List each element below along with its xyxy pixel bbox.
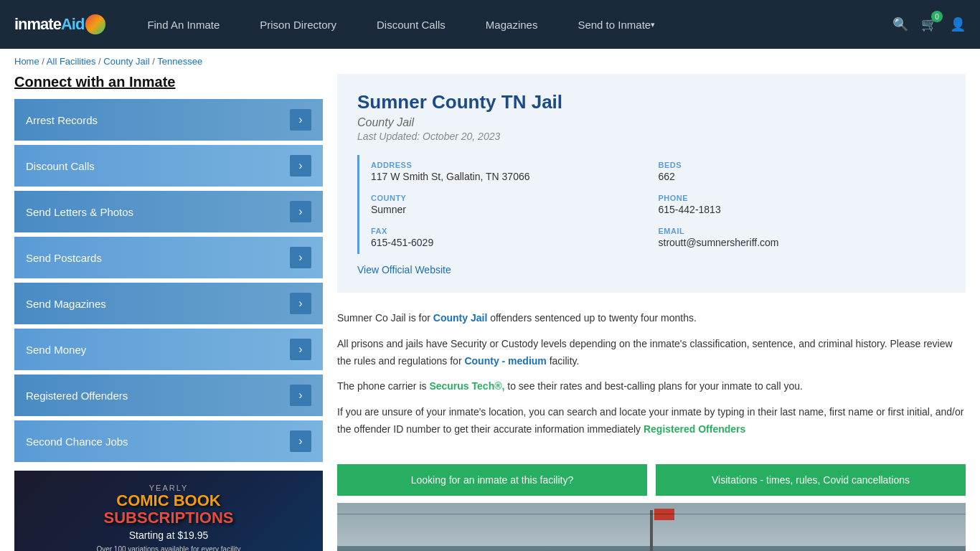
visitations-button[interactable]: Visitations - times, rules, Covid cancel… [656, 464, 966, 496]
address-value: 117 W Smith St, Gallatin, TN 37066 [371, 171, 650, 182]
facility-updated: Last Updated: October 20, 2023 [357, 131, 946, 142]
nav-send-to-inmate[interactable]: Send to Inmate [557, 0, 675, 49]
sidebar-label-send-money: Send Money [26, 344, 86, 356]
desc-para3: The phone carrier is Securus Tech®, to s… [337, 378, 966, 395]
breadcrumb: Home / All Facilities / County Jail / Te… [0, 49, 980, 74]
content-area: Sumner County TN Jail County Jail Last U… [337, 74, 966, 551]
arrow-icon-2: › [290, 201, 311, 222]
phone-cell: PHONE 615-442-1813 [659, 188, 946, 221]
nav-find-inmate[interactable]: Find An Inmate [127, 0, 240, 49]
breadcrumb-county-jail[interactable]: County Jail [103, 56, 149, 67]
address-cell: ADDRESS 117 W Smith St, Gallatin, TN 370… [371, 155, 659, 188]
sidebar-item-discount-calls[interactable]: Discount Calls › [14, 145, 323, 187]
address-label: ADDRESS [371, 161, 650, 169]
sidebar-label-send-letters: Send Letters & Photos [26, 206, 133, 218]
sidebar: Connect with an Inmate Arrest Records › … [14, 74, 323, 551]
nav-discount-calls[interactable]: Discount Calls [357, 0, 466, 49]
ad-title: COMIC BOOK SUBSCRIPTIONS [24, 492, 313, 527]
beds-value: 662 [659, 171, 938, 182]
photo-wires [337, 514, 966, 514]
sidebar-item-send-money[interactable]: Send Money › [14, 329, 323, 370]
county-value: Sumner [371, 204, 650, 215]
ad-subtitle: Over 100 variations available for every … [24, 545, 313, 551]
email-cell: EMAIL stroutt@sumnersheriff.com [659, 221, 946, 254]
ad-price: Starting at $19.95 [24, 529, 313, 541]
navbar: inmateAid Find An Inmate Prison Director… [0, 0, 980, 49]
arrow-icon-0: › [290, 109, 311, 131]
breadcrumb-home[interactable]: Home [14, 56, 39, 67]
sidebar-label-registered-offenders: Registered Offenders [26, 390, 128, 402]
county-label: COUNTY [371, 194, 650, 202]
arrow-icon-4: › [290, 293, 311, 314]
arrow-icon-6: › [290, 385, 311, 406]
email-value: stroutt@sumnersheriff.com [659, 237, 938, 248]
sidebar-item-second-chance-jobs[interactable]: Second Chance Jobs › [14, 420, 323, 462]
sidebar-item-send-postcards[interactable]: Send Postcards › [14, 237, 323, 278]
user-icon[interactable]: 👤 [950, 17, 966, 32]
sidebar-item-registered-offenders[interactable]: Registered Offenders › [14, 375, 323, 416]
cart-icon[interactable]: 🛒 0 [921, 17, 937, 32]
sidebar-label-arrest-records: Arrest Records [26, 114, 98, 126]
arrow-icon-7: › [290, 430, 311, 452]
description-area: Sumner Co Jail is for County Jail offend… [337, 304, 966, 453]
arrow-icon-1: › [290, 155, 311, 176]
facility-photo [337, 503, 966, 551]
sidebar-item-send-letters[interactable]: Send Letters & Photos › [14, 191, 323, 232]
desc-para2: All prisons and jails have Security or C… [337, 336, 966, 370]
sidebar-label-send-magazines: Send Magazines [26, 298, 106, 310]
fax-value: 615-451-6029 [371, 237, 650, 248]
sidebar-item-arrest-records[interactable]: Arrest Records › [14, 99, 323, 141]
photo-flag [654, 509, 674, 520]
nav-icons: 🔍 🛒 0 👤 [892, 17, 966, 32]
logo[interactable]: inmateAid [14, 14, 105, 34]
view-website-link[interactable]: View Official Website [357, 264, 451, 276]
main-container: Connect with an Inmate Arrest Records › … [0, 74, 980, 551]
fax-cell: FAX 615-451-6029 [371, 221, 659, 254]
logo-icon [85, 14, 105, 34]
breadcrumb-tennessee[interactable]: Tennessee [157, 56, 202, 67]
securus-tech-link[interactable]: Securus Tech®, [429, 380, 504, 392]
facility-type: County Jail [357, 116, 946, 129]
fax-label: FAX [371, 227, 650, 235]
breadcrumb-all-facilities[interactable]: All Facilities [47, 56, 96, 67]
find-inmate-button[interactable]: Looking for an inmate at this facility? [337, 464, 647, 496]
county-medium-link[interactable]: County - medium [464, 355, 546, 367]
info-grid: ADDRESS 117 W Smith St, Gallatin, TN 370… [357, 155, 946, 254]
county-cell: COUNTY Sumner [371, 188, 659, 221]
registered-offenders-link[interactable]: Registered Offenders [644, 423, 745, 435]
beds-label: BEDS [659, 161, 938, 169]
desc-para1: Sumner Co Jail is for County Jail offend… [337, 310, 966, 327]
email-label: EMAIL [659, 227, 938, 235]
arrow-icon-5: › [290, 339, 311, 360]
photo-pole [650, 510, 653, 551]
sidebar-title: Connect with an Inmate [14, 74, 323, 90]
beds-cell: BEDS 662 [659, 155, 946, 188]
logo-text: inmateAid [14, 15, 84, 34]
county-jail-link[interactable]: County Jail [433, 312, 487, 324]
sidebar-item-send-magazines[interactable]: Send Magazines › [14, 283, 323, 324]
facility-card: Sumner County TN Jail County Jail Last U… [337, 74, 966, 293]
arrow-icon-3: › [290, 247, 311, 268]
sidebar-label-second-chance-jobs: Second Chance Jobs [26, 435, 128, 448]
desc-para4: If you are unsure of your inmate's locat… [337, 404, 966, 438]
nav-prison-directory[interactable]: Prison Directory [240, 0, 357, 49]
sidebar-label-discount-calls: Discount Calls [26, 160, 95, 172]
phone-value: 615-442-1813 [659, 204, 938, 215]
search-icon[interactable]: 🔍 [892, 17, 908, 32]
sidebar-label-send-postcards: Send Postcards [26, 252, 102, 264]
cart-badge: 0 [931, 11, 943, 22]
action-buttons: Looking for an inmate at this facility? … [337, 464, 966, 496]
sidebar-ad[interactable]: yearly COMIC BOOK SUBSCRIPTIONS Starting… [14, 471, 323, 551]
phone-label: PHONE [659, 194, 938, 202]
nav-links: Find An Inmate Prison Directory Discount… [127, 0, 892, 49]
facility-name: Sumner County TN Jail [357, 91, 946, 113]
nav-magazines[interactable]: Magazines [466, 0, 558, 49]
